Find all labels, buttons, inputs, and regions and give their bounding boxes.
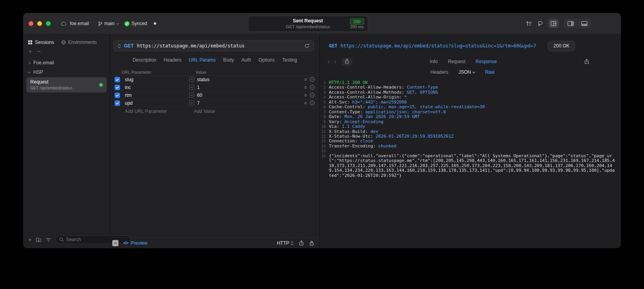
drag-handle-icon[interactable]: ≡ <box>304 77 307 82</box>
request-tab-testing[interactable]: Testing <box>282 57 297 63</box>
history-button[interactable] <box>342 58 352 66</box>
response-tab-info[interactable]: Info <box>430 59 438 64</box>
forward-button[interactable]: › <box>332 58 339 65</box>
sidebar-request-item[interactable]: Request GET /api/embed/status <box>26 77 107 93</box>
minimize-button[interactable] <box>37 21 42 26</box>
request-tab-body[interactable]: Body <box>223 57 234 63</box>
param-name[interactable]: slug <box>122 77 187 82</box>
response-status-badge: 200 OK <box>548 41 575 51</box>
branch-selector[interactable]: main <box>98 21 119 26</box>
refresh-icon[interactable] <box>304 43 310 49</box>
equals-badge-icon: = <box>189 85 194 90</box>
response-request-line: GEThttps://statuspage.me/api/embed/statu… <box>329 43 536 49</box>
chevron-down-icon <box>28 70 31 73</box>
preview-button[interactable]: </> Preview <box>123 240 148 246</box>
sidebar: Sessions Environments + − <box>23 35 110 248</box>
param-checkbox[interactable] <box>115 100 120 106</box>
back-button[interactable]: ‹ <box>325 58 332 65</box>
response-tab-response[interactable]: Response <box>476 59 497 64</box>
add-param-row: Add URL Parameter Add Value <box>110 107 319 115</box>
sidebar-footer: + <box>23 234 110 248</box>
param-value[interactable]: status <box>197 77 210 82</box>
response-subtab-json[interactable]: JSON <box>458 69 475 75</box>
share-icon[interactable] <box>299 240 304 246</box>
request-tab-description[interactable]: Description <box>133 57 156 63</box>
response-line: 16 {"incidents":null,"overall":{"code":"… <box>320 154 619 178</box>
remove-session-button[interactable]: − <box>37 49 40 54</box>
param-checkbox[interactable] <box>115 85 120 90</box>
param-name[interactable]: upd <box>122 100 187 106</box>
add-param-name[interactable]: Add URL Parameter <box>122 109 187 114</box>
line-content: Transfer-Encoding: chunked <box>329 144 619 149</box>
request-tab-url-params[interactable]: URL Params <box>189 57 215 63</box>
param-value[interactable]: 1 <box>197 85 200 90</box>
request-panel: GET https://statuspage.me/api/embed/stat… <box>110 35 320 248</box>
new-folder-icon[interactable] <box>36 237 42 242</box>
request-footer: </> Preview HTTP <box>110 237 319 248</box>
request-tab-auth[interactable]: Auth <box>241 57 251 63</box>
param-row: upd = 7 ≡ <box>110 99 319 107</box>
line-content: Vary: Accept-Encoding <box>329 120 619 124</box>
remove-param-button[interactable] <box>310 85 315 90</box>
toggle-right-panel-icon[interactable] <box>564 19 577 28</box>
add-request-button[interactable]: + <box>28 237 31 242</box>
drag-handle-icon[interactable]: ≡ <box>304 101 307 105</box>
tab-sessions[interactable]: Sessions <box>28 40 54 45</box>
request-tab-options[interactable]: Options <box>259 57 275 63</box>
request-tab-headers[interactable]: Headers <box>164 57 181 63</box>
add-session-button[interactable]: + <box>29 49 32 54</box>
response-panel: GEThttps://statuspage.me/api/embed/statu… <box>320 35 621 248</box>
split-view-icon[interactable] <box>548 19 559 28</box>
equals-badge-icon: = <box>189 100 194 105</box>
drag-handle-icon[interactable]: ≡ <box>304 85 307 90</box>
toggle-bottom-panel-icon[interactable] <box>577 19 591 28</box>
protocol-selector[interactable]: HTTP <box>277 240 294 246</box>
sort-filter-icon[interactable] <box>46 238 51 242</box>
response-tab-request[interactable]: Request <box>448 59 465 64</box>
line-number: 5 <box>320 100 329 105</box>
param-name[interactable]: inc <box>122 85 187 90</box>
tree-item-foe-email[interactable]: Foe.email <box>23 58 110 67</box>
lasso-icon[interactable] <box>537 21 543 27</box>
param-value[interactable]: 60 <box>197 93 202 98</box>
line-number: 16 <box>320 154 329 158</box>
param-value[interactable]: 7 <box>197 100 200 106</box>
response-subtab-headers[interactable]: Headers <box>431 69 448 75</box>
sort-lines-icon[interactable] <box>525 21 532 26</box>
request-method[interactable]: GET <box>124 43 134 49</box>
tab-sessions-label: Sessions <box>35 40 54 45</box>
request-status-widget[interactable]: Sent Request GET /api/embed/status 200 2… <box>248 16 368 32</box>
request-url[interactable]: https://statuspage.me/api/embed/status <box>137 43 301 49</box>
tree-item-hsp[interactable]: HSP <box>23 67 110 77</box>
params-table: URL Parameter Value slug = status ≡ <box>110 69 319 237</box>
share-icon[interactable] <box>584 59 589 64</box>
param-name[interactable]: rtm <box>122 93 187 98</box>
close-button[interactable] <box>29 21 33 26</box>
response-subtab-raw[interactable]: Raw <box>485 69 494 75</box>
method-selector-icon[interactable] <box>118 44 121 49</box>
param-row: rtm = 60 ≡ <box>110 91 319 99</box>
project-info: foe.email main Synced <box>61 21 156 26</box>
drag-handle-icon[interactable]: ≡ <box>304 93 307 98</box>
line-number: 12 <box>320 134 329 139</box>
remove-param-button[interactable] <box>310 77 315 82</box>
remove-param-button[interactable] <box>310 93 315 98</box>
param-checkbox[interactable] <box>115 93 120 98</box>
remove-param-button[interactable] <box>310 100 315 105</box>
expand-console-button[interactable] <box>112 240 119 246</box>
project-name: foe.email <box>70 21 89 26</box>
param-checkbox[interactable] <box>115 77 120 82</box>
sync-status: Synced <box>124 21 147 26</box>
sidebar-spacer <box>23 93 110 234</box>
widget-title: Sent Request <box>248 18 368 24</box>
zoom-button[interactable] <box>46 21 51 26</box>
column-value: Value <box>187 69 301 75</box>
add-param-value[interactable]: Add Value <box>187 107 301 115</box>
request-url-bar[interactable]: GET https://statuspage.me/api/embed/stat… <box>113 40 314 51</box>
panel-toggle-group <box>564 19 591 28</box>
tab-environments[interactable]: Environments <box>61 40 97 45</box>
line-number: 15 <box>320 149 329 153</box>
branch-name: main <box>104 21 115 26</box>
lock-icon[interactable] <box>309 240 314 246</box>
duration-label: 280 ms <box>350 24 363 29</box>
